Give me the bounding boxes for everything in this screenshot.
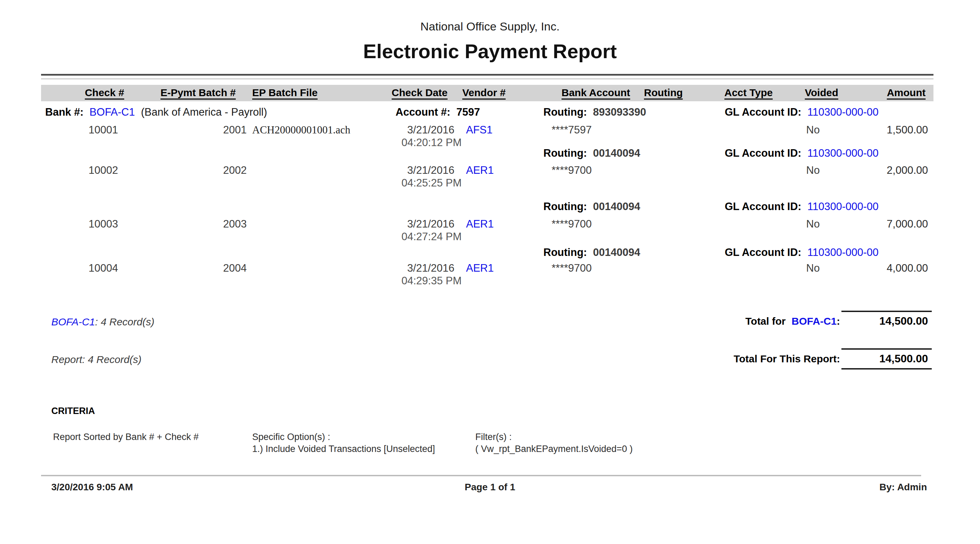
column-header-acct-type: Acct Type <box>724 87 773 99</box>
row-gl-line: GL Account ID: 110300-000-00 <box>725 147 879 159</box>
row-amount: 2,000.00 <box>842 164 928 177</box>
row-check-time: 04:20:12 PM <box>356 137 461 149</box>
row-routing-label: Routing: <box>543 200 587 213</box>
bank-number-label: Bank #: <box>45 106 83 118</box>
footer-rule <box>41 475 921 476</box>
row-batch-number: 2001 <box>178 124 247 136</box>
row-check-number: 10002 <box>48 164 118 177</box>
row-vendor-link[interactable]: AER1 <box>466 262 494 274</box>
group-total-label: Total for BOFA-C1: <box>684 315 840 327</box>
group-total-amount: 14,500.00 <box>842 315 928 328</box>
row-routing-line: Routing: 00140094 <box>543 200 640 213</box>
row-gl-label: GL Account ID: <box>725 200 801 213</box>
criteria-sort-order: Report Sorted by Bank # + Check # <box>53 432 199 442</box>
criteria-filter-item: ( Vw_rpt_BankEPayment.IsVoided=0 ) <box>475 444 633 454</box>
report-page: National Office Supply, Inc. Electronic … <box>0 0 980 544</box>
row-routing-line: Routing: 00140094 <box>543 147 640 159</box>
report-total-rule-bottom <box>842 368 932 369</box>
row-check-date: 3/21/2016 <box>356 164 454 177</box>
bank-routing-value: 893093390 <box>593 106 646 118</box>
criteria-filters-label: Filter(s) : <box>475 432 512 442</box>
row-check-date: 3/21/2016 <box>356 124 454 136</box>
title-rule-light <box>41 78 934 80</box>
row-voided: No <box>806 164 820 177</box>
row-routing-line: Routing: 00140094 <box>543 247 640 259</box>
row-bank-account: ****9700 <box>552 164 592 177</box>
group-record-count-text: : 4 Record(s) <box>95 316 154 328</box>
row-gl-account-link[interactable]: 110300-000-00 <box>808 247 879 258</box>
row-bank-account: ****9700 <box>552 218 592 230</box>
row-gl-label: GL Account ID: <box>725 147 801 159</box>
report-record-count: Report: 4 Record(s) <box>51 354 141 366</box>
title-rule-dark <box>41 74 934 76</box>
column-header-amount: Amount <box>856 87 926 99</box>
report-total-label: Total For This Report: <box>684 353 840 365</box>
row-check-time: 04:27:24 PM <box>356 231 461 243</box>
row-routing-label: Routing: <box>543 247 587 258</box>
bank-code-link[interactable]: BOFA-C1 <box>90 106 135 118</box>
row-voided: No <box>806 262 820 274</box>
column-header-vendor: Vendor # <box>462 87 506 99</box>
row-check-time: 04:29:35 PM <box>356 275 461 287</box>
row-routing-value: 00140094 <box>593 247 640 258</box>
row-vendor-link[interactable]: AER1 <box>466 164 494 177</box>
row-gl-line: GL Account ID: 110300-000-00 <box>725 200 879 213</box>
report-total-rule-top <box>842 348 932 350</box>
account-number-value: 7597 <box>457 106 480 118</box>
bank-gl-account-link[interactable]: 110300-000-00 <box>808 106 879 118</box>
row-check-number: 10004 <box>48 262 118 274</box>
row-amount: 4,000.00 <box>842 262 928 274</box>
row-vendor-link[interactable]: AFS1 <box>466 124 493 136</box>
row-check-date: 3/21/2016 <box>356 218 454 230</box>
company-name: National Office Supply, Inc. <box>0 20 980 33</box>
report-title: Electronic Payment Report <box>0 40 980 63</box>
row-bank-account: ****7597 <box>552 124 592 136</box>
bank-routing-label: Routing: <box>543 106 587 118</box>
criteria-heading: CRITERIA <box>51 406 95 417</box>
column-header-voided: Voided <box>805 87 838 99</box>
criteria-option-item: 1.) Include Voided Transactions [Unselec… <box>252 444 435 454</box>
row-routing-value: 00140094 <box>593 200 640 213</box>
row-voided: No <box>806 218 820 230</box>
group-total-label-colon: : <box>837 315 840 327</box>
group-total-bank-link[interactable]: BOFA-C1 <box>791 315 837 327</box>
row-voided: No <box>806 124 820 136</box>
column-header-epymt-batch: E-Pymt Batch # <box>158 87 236 99</box>
group-record-count: BOFA-C1: 4 Record(s) <box>51 316 154 328</box>
account-number-label: Account #: <box>396 106 450 118</box>
column-header-check-date: Check Date <box>349 87 447 99</box>
bank-gl-line: GL Account ID: 110300-000-00 <box>725 106 879 118</box>
bank-account-number-line: Account #: 7597 <box>396 106 480 118</box>
row-gl-account-link[interactable]: 110300-000-00 <box>808 200 879 213</box>
row-gl-label: GL Account ID: <box>725 247 801 258</box>
group-total-rule <box>842 311 932 312</box>
row-gl-account-link[interactable]: 110300-000-00 <box>808 147 879 159</box>
column-header-ep-batch-file: EP Batch File <box>252 87 318 99</box>
row-amount: 7,000.00 <box>842 218 928 230</box>
row-routing-value: 00140094 <box>593 147 640 159</box>
group-record-bank-link[interactable]: BOFA-C1 <box>51 316 95 328</box>
row-bank-account: ****9700 <box>552 262 592 274</box>
row-batch-number: 2002 <box>178 164 247 177</box>
row-ep-batch-file: ACH20000001001.ach <box>252 124 350 136</box>
column-header-check: Check # <box>48 87 124 99</box>
footer-generated-by: By: Admin <box>824 482 927 493</box>
row-routing-label: Routing: <box>543 147 587 159</box>
row-check-time: 04:25:25 PM <box>356 177 461 189</box>
column-header-routing: Routing <box>644 87 682 99</box>
row-check-number: 10001 <box>48 124 118 136</box>
criteria-options-label: Specific Option(s) : <box>252 432 330 442</box>
row-amount: 1,500.00 <box>842 124 928 136</box>
bank-group-header: Bank #: BOFA-C1 (Bank of America - Payro… <box>45 106 267 118</box>
bank-gl-label: GL Account ID: <box>725 106 801 118</box>
group-total-label-prefix: Total for <box>745 315 786 327</box>
report-total-amount: 14,500.00 <box>842 352 928 365</box>
row-check-number: 10003 <box>48 218 118 230</box>
column-header-bank-account: Bank Account <box>562 87 630 99</box>
row-vendor-link[interactable]: AER1 <box>466 218 494 230</box>
row-batch-number: 2003 <box>178 218 247 230</box>
row-batch-number: 2004 <box>178 262 247 274</box>
row-check-date: 3/21/2016 <box>356 262 454 274</box>
bank-routing-line: Routing: 893093390 <box>543 106 646 118</box>
bank-name: (Bank of America - Payroll) <box>141 106 267 118</box>
